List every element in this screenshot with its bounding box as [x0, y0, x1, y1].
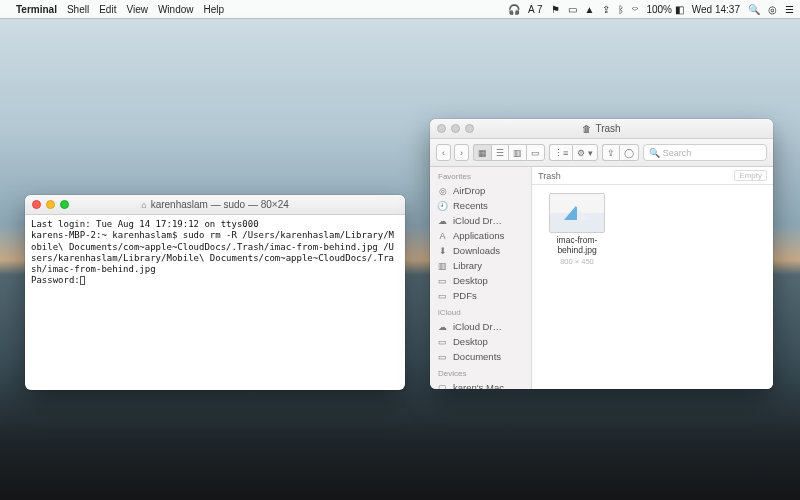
sidebar-item-label: Desktop — [453, 336, 488, 347]
menu-window[interactable]: Window — [158, 4, 194, 15]
terminal-titlebar[interactable]: ⌂ karenhaslam — sudo — 80×24 — [25, 195, 405, 215]
forward-button[interactable]: › — [454, 144, 469, 161]
sidebar-item-desktop[interactable]: ▭Desktop — [430, 273, 531, 288]
computer-icon: ▢ — [437, 383, 448, 390]
adobe-status[interactable]: A 7 — [528, 4, 542, 15]
sidebar-item-icloud[interactable]: ☁iCloud Dr… — [430, 213, 531, 228]
notification-center-icon[interactable]: ☰ — [785, 4, 794, 15]
finder-window: 🗑 Trash ‹ › ▦ ☰ ▥ ▭ ⋮≡ ⚙ ▾ ⇪ ◯ 🔍 Search … — [430, 119, 773, 389]
applications-icon: A — [437, 231, 448, 241]
sidebar-item-label: iCloud Dr… — [453, 215, 502, 226]
zoom-button[interactable] — [60, 200, 69, 209]
clock[interactable]: Wed 14:37 — [692, 4, 740, 15]
sidebar-item-icloud-drive[interactable]: ☁iCloud Dr… — [430, 319, 531, 334]
sidebar-item-recents[interactable]: 🕘Recents — [430, 198, 531, 213]
finder-titlebar[interactable]: 🗑 Trash — [430, 119, 773, 139]
terminal-cursor — [80, 276, 85, 285]
menu-bar: Terminal Shell Edit View Window Help 🎧 A… — [0, 0, 800, 18]
sidebar-item-desktop-cloud[interactable]: ▭Desktop — [430, 334, 531, 349]
sidebar-item-this-mac[interactable]: ▢karen's Mac… — [430, 380, 531, 389]
downloads-icon: ⬇ — [437, 246, 448, 256]
home-icon: ⌂ — [141, 200, 146, 210]
column-view-button[interactable]: ▥ — [508, 144, 526, 161]
menu-view[interactable]: View — [126, 4, 148, 15]
documents-icon: ▭ — [437, 352, 448, 362]
finder-title: Trash — [595, 123, 620, 134]
gallery-view-button[interactable]: ▭ — [526, 144, 545, 161]
list-view-button[interactable]: ☰ — [491, 144, 508, 161]
sync-icon[interactable]: ⇪ — [602, 4, 610, 15]
finder-icon-grid[interactable]: imac-from-behind.jpg 800 × 450 — [532, 185, 773, 389]
siri-icon[interactable]: ◎ — [768, 4, 777, 15]
sidebar-item-label: Desktop — [453, 275, 488, 286]
sidebar-item-label: PDFs — [453, 290, 477, 301]
flag-icon[interactable]: ⚑ — [551, 4, 560, 15]
file-item[interactable]: imac-from-behind.jpg 800 × 450 — [540, 193, 614, 266]
search-placeholder: Search — [663, 148, 692, 158]
sidebar-group-label: Favorites — [430, 167, 531, 183]
terminal-line: karens-MBP-2:~ karenhaslam$ sudo rm -R /… — [31, 230, 394, 274]
file-meta: 800 × 450 — [560, 257, 594, 266]
file-thumbnail — [549, 193, 605, 233]
folder-icon: ▭ — [437, 291, 448, 301]
finder-toolbar: ‹ › ▦ ☰ ▥ ▭ ⋮≡ ⚙ ▾ ⇪ ◯ 🔍 Search — [430, 139, 773, 167]
terminal-line: Last login: Tue Aug 14 17:19:12 on ttys0… — [31, 219, 259, 229]
cloud-icon: ☁ — [437, 322, 448, 332]
terminal-body[interactable]: Last login: Tue Aug 14 17:19:12 on ttys0… — [25, 215, 405, 390]
spotlight-icon[interactable]: 🔍 — [748, 4, 760, 15]
airdrop-icon: ◎ — [437, 186, 448, 196]
finder-pathbar: Trash Empty — [532, 167, 773, 185]
sidebar-item-applications[interactable]: AApplications — [430, 228, 531, 243]
menu-help[interactable]: Help — [204, 4, 225, 15]
path-label: Trash — [538, 171, 561, 181]
search-icon: 🔍 — [649, 148, 660, 158]
view-switcher: ▦ ☰ ▥ ▭ — [473, 144, 545, 161]
trash-icon: 🗑 — [582, 124, 591, 134]
sidebar-item-label: Documents — [453, 351, 501, 362]
action-button[interactable]: ⚙ ▾ — [572, 144, 598, 161]
bluetooth-icon[interactable]: ᛒ — [618, 4, 624, 15]
sidebar-item-label: karen's Mac… — [453, 382, 513, 389]
headphones-icon[interactable]: 🎧 — [508, 4, 520, 15]
sidebar-item-documents-cloud[interactable]: ▭Documents — [430, 349, 531, 364]
airplay-icon[interactable]: ▲ — [585, 4, 595, 15]
menu-shell[interactable]: Shell — [67, 4, 89, 15]
recents-icon: 🕘 — [437, 201, 448, 211]
battery-status[interactable]: 100% ◧ — [646, 4, 683, 15]
share-button[interactable]: ⇪ — [602, 144, 619, 161]
terminal-title: karenhaslam — sudo — 80×24 — [151, 199, 289, 210]
screen-share-icon[interactable]: ▭ — [568, 4, 577, 15]
terminal-window: ⌂ karenhaslam — sudo — 80×24 Last login:… — [25, 195, 405, 390]
finder-sidebar: Favorites ◎AirDrop 🕘Recents ☁iCloud Dr… … — [430, 167, 532, 389]
sidebar-item-airdrop[interactable]: ◎AirDrop — [430, 183, 531, 198]
desktop-icon: ▭ — [437, 276, 448, 286]
sidebar-group-label: iCloud — [430, 303, 531, 319]
tags-button[interactable]: ◯ — [619, 144, 639, 161]
sidebar-item-label: AirDrop — [453, 185, 485, 196]
menu-edit[interactable]: Edit — [99, 4, 116, 15]
minimize-button[interactable] — [46, 200, 55, 209]
icon-view-button[interactable]: ▦ — [473, 144, 491, 161]
sidebar-item-label: Library — [453, 260, 482, 271]
close-button[interactable] — [32, 200, 41, 209]
desktop-icon: ▭ — [437, 337, 448, 347]
library-icon: ▥ — [437, 261, 448, 271]
close-button[interactable] — [437, 124, 446, 133]
sidebar-item-label: Downloads — [453, 245, 500, 256]
minimize-button[interactable] — [451, 124, 460, 133]
arrange-button[interactable]: ⋮≡ — [549, 144, 572, 161]
sidebar-item-downloads[interactable]: ⬇Downloads — [430, 243, 531, 258]
sidebar-item-pdfs[interactable]: ▭PDFs — [430, 288, 531, 303]
file-name: imac-from-behind.jpg — [540, 235, 614, 255]
app-menu[interactable]: Terminal — [16, 4, 57, 15]
empty-trash-button[interactable]: Empty — [734, 170, 767, 181]
back-button[interactable]: ‹ — [436, 144, 451, 161]
sidebar-item-library[interactable]: ▥Library — [430, 258, 531, 273]
sidebar-item-label: Recents — [453, 200, 488, 211]
search-field[interactable]: 🔍 Search — [643, 144, 767, 161]
zoom-button[interactable] — [465, 124, 474, 133]
sidebar-group-label: Devices — [430, 364, 531, 380]
sidebar-item-label: iCloud Dr… — [453, 321, 502, 332]
wifi-icon[interactable]: ⌔ — [632, 4, 638, 15]
sidebar-item-label: Applications — [453, 230, 504, 241]
